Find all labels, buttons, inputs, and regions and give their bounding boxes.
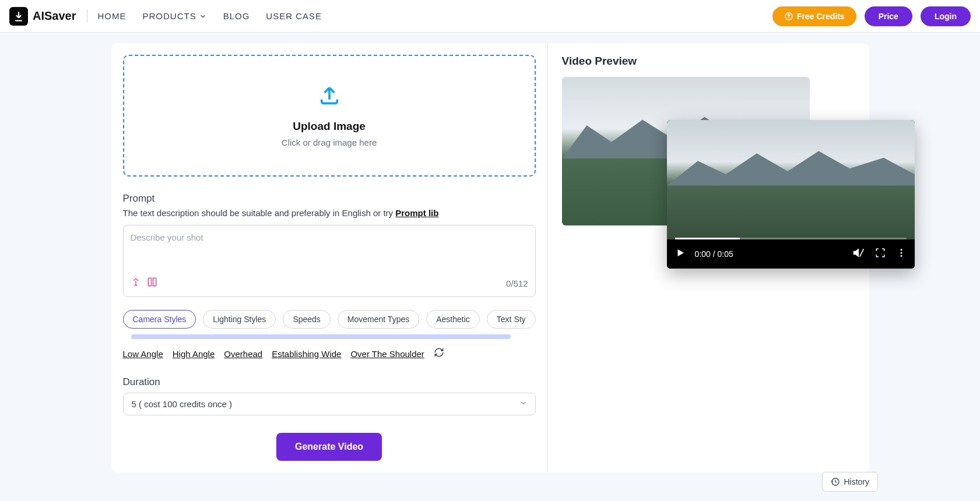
sub-low-angle[interactable]: Low Angle <box>123 349 163 359</box>
prompt-footer: 0/512 <box>131 277 528 290</box>
sub-over-shoulder[interactable]: Over The Shoulder <box>350 349 424 359</box>
tab-camera-styles[interactable]: Camera Styles <box>123 310 196 329</box>
login-button[interactable]: Login <box>921 6 971 26</box>
chevron-down-icon <box>199 12 207 20</box>
sub-overhead[interactable]: Overhead <box>224 349 262 359</box>
duration-select[interactable]: 5 ( cost 100 credits once ) <box>123 393 536 415</box>
mountain-graphic <box>667 150 915 186</box>
nav-blog[interactable]: BLOG <box>223 11 250 21</box>
prompt-lib-link[interactable]: Prompt lib <box>395 208 438 218</box>
tab-aesthetic[interactable]: Aesthetic <box>426 310 480 329</box>
prompt-box: 0/512 <box>123 225 536 297</box>
editor-panel: Upload Image Click or drag image here Pr… <box>111 43 548 472</box>
duration-label: Duration <box>123 376 536 388</box>
prompt-hint-text: The text description should be suitable … <box>123 208 396 218</box>
prompt-input[interactable] <box>131 232 528 270</box>
play-icon[interactable] <box>675 248 686 260</box>
svg-point-5 <box>900 249 902 250</box>
tab-text-styles[interactable]: Text Sty <box>487 310 536 329</box>
nav-separator <box>87 9 87 23</box>
style-tabs: Camera Styles Lighting Styles Speeds Mov… <box>123 310 536 329</box>
price-button[interactable]: Price <box>865 6 912 26</box>
credits-icon <box>784 12 793 21</box>
generate-video-button[interactable]: Generate Video <box>276 433 382 461</box>
svg-marker-3 <box>677 249 684 256</box>
upload-title: Upload Image <box>136 120 523 133</box>
sub-establishing-wide[interactable]: Establishing Wide <box>272 349 341 359</box>
tab-speeds[interactable]: Speeds <box>283 310 330 329</box>
logo-icon <box>9 7 28 26</box>
svg-line-4 <box>859 249 863 256</box>
tabs-scrollbar[interactable] <box>131 334 511 339</box>
tab-lighting-styles[interactable]: Lighting Styles <box>203 310 276 329</box>
svg-point-7 <box>900 255 902 257</box>
style-tabs-container: Camera Styles Lighting Styles Speeds Mov… <box>123 310 536 339</box>
style-sub-options: Low Angle High Angle Overhead Establishi… <box>123 347 536 360</box>
nav: HOME PRODUCTS BLOG USER CASE <box>98 11 322 21</box>
header-actions: Free Credits Price Login <box>772 6 971 26</box>
brand-text: AISaver <box>33 9 76 23</box>
video-progress[interactable] <box>675 238 907 239</box>
svg-marker-2 <box>667 151 915 186</box>
prompt-hint: The text description should be suitable … <box>123 208 536 218</box>
brush-icon[interactable] <box>131 277 141 290</box>
nav-products[interactable]: PRODUCTS <box>143 11 207 21</box>
refresh-icon[interactable] <box>434 347 444 360</box>
preview-video[interactable]: 0:00 / 0:05 <box>667 120 915 269</box>
prompt-section-title: Prompt <box>123 193 536 204</box>
sub-high-angle[interactable]: High Angle <box>173 349 215 359</box>
video-controls-right <box>853 247 907 261</box>
progress-fill <box>675 238 740 239</box>
more-icon[interactable] <box>896 248 907 260</box>
free-credits-button[interactable]: Free Credits <box>772 6 856 26</box>
upload-dropzone[interactable]: Upload Image Click or drag image here <box>123 55 536 177</box>
mute-icon[interactable] <box>853 247 865 261</box>
video-controls: 0:00 / 0:05 <box>667 239 915 269</box>
preview-title: Video Preview <box>562 55 855 68</box>
free-credits-label: Free Credits <box>797 12 845 21</box>
nav-home[interactable]: HOME <box>98 11 127 21</box>
svg-point-6 <box>900 252 902 254</box>
nav-products-label: PRODUCTS <box>143 11 196 21</box>
video-time: 0:00 / 0:05 <box>695 249 733 259</box>
main-panel: Upload Image Click or drag image here Pr… <box>111 43 869 472</box>
prompt-counter: 0/512 <box>506 278 528 288</box>
preview-panel: Video Preview 0:00 / 0:05 <box>548 43 869 472</box>
header: AISaver HOME PRODUCTS BLOG USER CASE Fre… <box>0 0 980 33</box>
duration-select-wrapper: 5 ( cost 100 credits once ) <box>123 393 536 415</box>
nav-usercase[interactable]: USER CASE <box>266 11 322 21</box>
upload-subtitle: Click or drag image here <box>136 137 523 147</box>
brand[interactable]: AISaver <box>9 7 76 26</box>
upload-icon <box>136 84 523 110</box>
history-button[interactable]: History <box>822 472 878 472</box>
video-thumbnail <box>667 120 915 239</box>
fullscreen-icon[interactable] <box>875 248 886 260</box>
tab-movement-types[interactable]: Movement Types <box>338 310 419 329</box>
book-icon[interactable] <box>147 277 157 290</box>
prompt-tools <box>131 277 157 290</box>
preview-area: 0:00 / 0:05 <box>562 77 855 275</box>
